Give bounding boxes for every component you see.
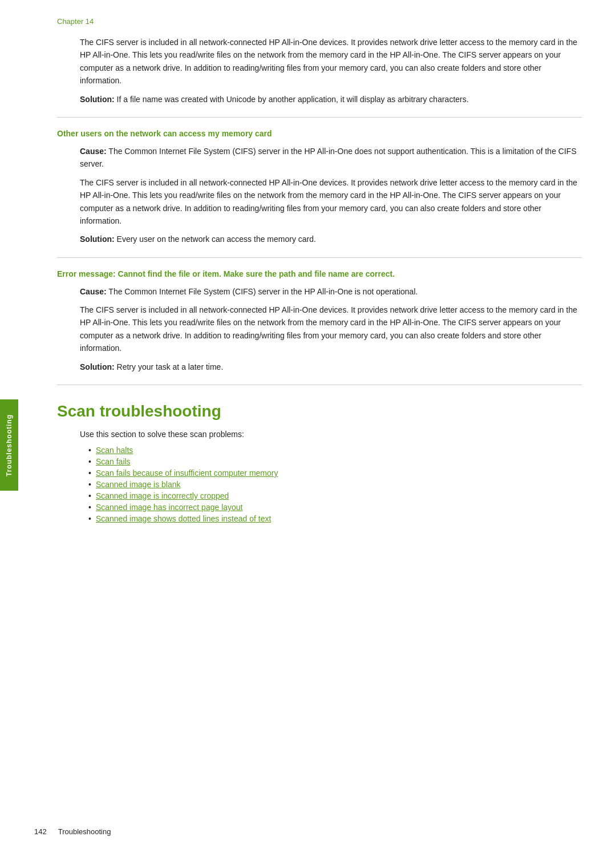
- section3-cause: Cause: The Common Internet File System (…: [80, 285, 582, 298]
- scan-intro: Use this section to solve these scan pro…: [80, 430, 582, 439]
- section3-solution-label: Solution:: [80, 362, 115, 371]
- scanned-image-layout-link[interactable]: Scanned image has incorrect page layout: [96, 503, 243, 512]
- solution-label-1: Solution:: [80, 95, 115, 104]
- list-item: Scanned image is incorrectly cropped: [88, 491, 582, 500]
- scan-halts-link[interactable]: Scan halts: [96, 446, 133, 455]
- list-item: Scan fails because of insufficient compu…: [88, 468, 582, 478]
- scanned-image-cropped-link[interactable]: Scanned image is incorrectly cropped: [96, 491, 229, 500]
- solution-text-1: Solution: If a file name was created wit…: [80, 93, 582, 106]
- first-content-block: The CIFS server is included in all netwo…: [80, 36, 582, 106]
- divider-1: [57, 117, 582, 118]
- page-number: 142: [34, 827, 47, 836]
- scanned-image-dotted-link[interactable]: Scanned image shows dotted lines instead…: [96, 514, 271, 523]
- solution-content-1: If a file name was created with Unicode …: [117, 95, 469, 104]
- section3-content: Cause: The Common Internet File System (…: [80, 285, 582, 373]
- section3-body: The CIFS server is included in all netwo…: [80, 304, 582, 355]
- divider-3: [57, 385, 582, 385]
- scan-link-list: Scan halts Scan fails Scan fails because…: [88, 446, 582, 523]
- section-error-message: Error message: Cannot find the file or i…: [57, 269, 582, 373]
- section3-cause-label: Cause:: [80, 287, 107, 296]
- side-tab-label: Troubleshooting: [5, 414, 13, 476]
- section2-heading: Other users on the network can access my…: [57, 129, 582, 138]
- section-other-users: Other users on the network can access my…: [57, 129, 582, 246]
- page-footer: 142 Troubleshooting: [34, 827, 111, 836]
- divider-2: [57, 257, 582, 258]
- scan-fails-memory-link[interactable]: Scan fails because of insufficient compu…: [96, 468, 278, 478]
- footer-label: Troubleshooting: [58, 827, 111, 836]
- section2-body: The CIFS server is included in all netwo…: [80, 176, 582, 228]
- body-text-1: The CIFS server is included in all netwo…: [80, 36, 582, 87]
- section3-heading: Error message: Cannot find the file or i…: [57, 269, 582, 278]
- scan-fails-link[interactable]: Scan fails: [96, 457, 131, 466]
- side-tab: Troubleshooting: [0, 399, 18, 491]
- list-item: Scan fails: [88, 457, 582, 466]
- section3-solution: Solution: Retry your task at a later tim…: [80, 361, 582, 373]
- list-item: Scan halts: [88, 446, 582, 455]
- list-item: Scanned image has incorrect page layout: [88, 503, 582, 512]
- section2-cause-label: Cause:: [80, 147, 107, 156]
- section2-solution-text: Every user on the network can access the…: [117, 235, 316, 244]
- list-item: Scanned image is blank: [88, 480, 582, 489]
- section3-solution-text: Retry your task at a later time.: [117, 362, 224, 371]
- section2-solution-label: Solution:: [80, 235, 115, 244]
- section2-cause-text: The Common Internet File System (CIFS) s…: [80, 147, 577, 168]
- section2-solution: Solution: Every user on the network can …: [80, 233, 582, 245]
- chapter-label: Chapter 14: [57, 17, 582, 26]
- scanned-image-blank-link[interactable]: Scanned image is blank: [96, 480, 181, 489]
- section2-cause: Cause: The Common Internet File System (…: [80, 145, 582, 171]
- section2-content: Cause: The Common Internet File System (…: [80, 145, 582, 246]
- section3-cause-text: The Common Internet File System (CIFS) s…: [108, 287, 418, 296]
- scan-section-title: Scan troubleshooting: [57, 402, 582, 421]
- list-item: Scanned image shows dotted lines instead…: [88, 514, 582, 523]
- scan-troubleshooting-section: Scan troubleshooting Use this section to…: [57, 402, 582, 523]
